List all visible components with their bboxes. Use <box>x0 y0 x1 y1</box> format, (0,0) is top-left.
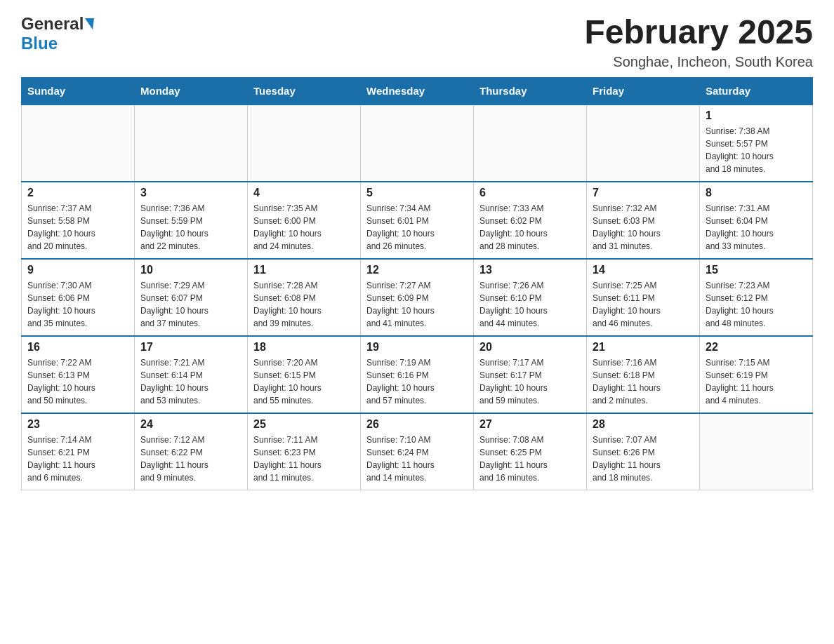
calendar-day-cell: 7Sunrise: 7:32 AM Sunset: 6:03 PM Daylig… <box>587 182 700 259</box>
calendar-day-cell: 1Sunrise: 7:38 AM Sunset: 5:57 PM Daylig… <box>700 105 813 182</box>
calendar-day-cell: 4Sunrise: 7:35 AM Sunset: 6:00 PM Daylig… <box>248 182 361 259</box>
calendar-table: SundayMondayTuesdayWednesdayThursdayFrid… <box>21 77 813 491</box>
day-info: Sunrise: 7:35 AM Sunset: 6:00 PM Dayligh… <box>253 202 355 253</box>
calendar-week-row: 16Sunrise: 7:22 AM Sunset: 6:13 PM Dayli… <box>22 336 813 413</box>
day-number: 20 <box>479 341 581 354</box>
calendar-day-cell: 8Sunrise: 7:31 AM Sunset: 6:04 PM Daylig… <box>700 182 813 259</box>
calendar-day-cell: 27Sunrise: 7:08 AM Sunset: 6:25 PM Dayli… <box>474 413 587 490</box>
day-of-week-header: Wednesday <box>361 77 474 105</box>
page-header: General Blue February 2025 Songhae, Inch… <box>21 14 813 70</box>
calendar-week-row: 9Sunrise: 7:30 AM Sunset: 6:06 PM Daylig… <box>22 259 813 336</box>
calendar-day-cell: 22Sunrise: 7:15 AM Sunset: 6:19 PM Dayli… <box>700 336 813 413</box>
day-info: Sunrise: 7:12 AM Sunset: 6:22 PM Dayligh… <box>140 434 241 484</box>
day-info: Sunrise: 7:25 AM Sunset: 6:11 PM Dayligh… <box>593 279 694 330</box>
day-info: Sunrise: 7:07 AM Sunset: 6:26 PM Dayligh… <box>593 434 694 484</box>
day-of-week-header: Tuesday <box>248 77 361 105</box>
day-info: Sunrise: 7:36 AM Sunset: 5:59 PM Dayligh… <box>140 202 241 253</box>
calendar-day-cell: 16Sunrise: 7:22 AM Sunset: 6:13 PM Dayli… <box>22 336 135 413</box>
calendar-day-cell: 12Sunrise: 7:27 AM Sunset: 6:09 PM Dayli… <box>361 259 474 336</box>
day-info: Sunrise: 7:08 AM Sunset: 6:25 PM Dayligh… <box>479 434 581 484</box>
day-number: 9 <box>27 264 128 276</box>
day-number: 27 <box>479 418 581 431</box>
calendar-day-cell: 11Sunrise: 7:28 AM Sunset: 6:08 PM Dayli… <box>248 259 361 336</box>
day-of-week-header: Friday <box>587 77 700 105</box>
day-info: Sunrise: 7:33 AM Sunset: 6:02 PM Dayligh… <box>479 202 581 253</box>
day-number: 18 <box>253 341 355 354</box>
title-section: February 2025 Songhae, Incheon, South Ko… <box>584 14 813 70</box>
calendar-day-cell: 26Sunrise: 7:10 AM Sunset: 6:24 PM Dayli… <box>361 413 474 490</box>
day-number: 24 <box>140 418 241 431</box>
day-info: Sunrise: 7:29 AM Sunset: 6:07 PM Dayligh… <box>140 279 241 330</box>
day-info: Sunrise: 7:14 AM Sunset: 6:21 PM Dayligh… <box>27 434 128 484</box>
day-info: Sunrise: 7:15 AM Sunset: 6:19 PM Dayligh… <box>706 356 807 407</box>
day-number: 5 <box>366 187 468 199</box>
day-number: 11 <box>253 264 355 276</box>
day-info: Sunrise: 7:17 AM Sunset: 6:17 PM Dayligh… <box>479 356 581 407</box>
day-number: 3 <box>140 187 241 199</box>
calendar-header-row: SundayMondayTuesdayWednesdayThursdayFrid… <box>22 77 813 105</box>
day-number: 16 <box>27 341 128 354</box>
logo-triangle-icon <box>85 18 94 29</box>
day-info: Sunrise: 7:16 AM Sunset: 6:18 PM Dayligh… <box>593 356 694 407</box>
calendar-day-cell <box>700 413 813 490</box>
day-number: 17 <box>140 341 241 354</box>
day-number: 12 <box>366 264 468 276</box>
day-number: 22 <box>706 341 807 354</box>
day-number: 13 <box>479 264 581 276</box>
day-number: 23 <box>27 418 128 431</box>
calendar-day-cell: 17Sunrise: 7:21 AM Sunset: 6:14 PM Dayli… <box>135 336 248 413</box>
calendar-day-cell: 18Sunrise: 7:20 AM Sunset: 6:15 PM Dayli… <box>248 336 361 413</box>
logo-blue-text: Blue <box>21 34 58 53</box>
day-number: 10 <box>140 264 241 276</box>
day-info: Sunrise: 7:32 AM Sunset: 6:03 PM Dayligh… <box>593 202 694 253</box>
day-number: 2 <box>27 187 128 199</box>
day-of-week-header: Monday <box>135 77 248 105</box>
day-info: Sunrise: 7:23 AM Sunset: 6:12 PM Dayligh… <box>706 279 807 330</box>
calendar-day-cell: 9Sunrise: 7:30 AM Sunset: 6:06 PM Daylig… <box>22 259 135 336</box>
day-number: 28 <box>593 418 694 431</box>
calendar-day-cell <box>135 105 248 182</box>
calendar-week-row: 1Sunrise: 7:38 AM Sunset: 5:57 PM Daylig… <box>22 105 813 182</box>
day-info: Sunrise: 7:19 AM Sunset: 6:16 PM Dayligh… <box>366 356 468 407</box>
day-info: Sunrise: 7:37 AM Sunset: 5:58 PM Dayligh… <box>27 202 128 253</box>
day-info: Sunrise: 7:22 AM Sunset: 6:13 PM Dayligh… <box>27 356 128 407</box>
calendar-day-cell: 24Sunrise: 7:12 AM Sunset: 6:22 PM Dayli… <box>135 413 248 490</box>
day-number: 14 <box>593 264 694 276</box>
logo-general-text: General <box>21 14 84 34</box>
calendar-day-cell: 6Sunrise: 7:33 AM Sunset: 6:02 PM Daylig… <box>474 182 587 259</box>
day-info: Sunrise: 7:27 AM Sunset: 6:09 PM Dayligh… <box>366 279 468 330</box>
day-number: 8 <box>706 187 807 199</box>
day-number: 4 <box>253 187 355 199</box>
calendar-day-cell: 15Sunrise: 7:23 AM Sunset: 6:12 PM Dayli… <box>700 259 813 336</box>
day-number: 19 <box>366 341 468 354</box>
day-info: Sunrise: 7:10 AM Sunset: 6:24 PM Dayligh… <box>366 434 468 484</box>
day-info: Sunrise: 7:20 AM Sunset: 6:15 PM Dayligh… <box>253 356 355 407</box>
day-info: Sunrise: 7:21 AM Sunset: 6:14 PM Dayligh… <box>140 356 241 407</box>
calendar-week-row: 2Sunrise: 7:37 AM Sunset: 5:58 PM Daylig… <box>22 182 813 259</box>
day-info: Sunrise: 7:30 AM Sunset: 6:06 PM Dayligh… <box>27 279 128 330</box>
calendar-day-cell: 21Sunrise: 7:16 AM Sunset: 6:18 PM Dayli… <box>587 336 700 413</box>
month-title: February 2025 <box>584 14 813 51</box>
day-info: Sunrise: 7:26 AM Sunset: 6:10 PM Dayligh… <box>479 279 581 330</box>
logo: General Blue <box>21 14 94 53</box>
calendar-day-cell: 3Sunrise: 7:36 AM Sunset: 5:59 PM Daylig… <box>135 182 248 259</box>
calendar-day-cell <box>248 105 361 182</box>
day-number: 25 <box>253 418 355 431</box>
location-text: Songhae, Incheon, South Korea <box>584 54 813 70</box>
day-number: 1 <box>706 109 807 122</box>
day-info: Sunrise: 7:38 AM Sunset: 5:57 PM Dayligh… <box>706 125 807 175</box>
day-number: 15 <box>706 264 807 276</box>
calendar-day-cell <box>361 105 474 182</box>
calendar-day-cell: 28Sunrise: 7:07 AM Sunset: 6:26 PM Dayli… <box>587 413 700 490</box>
day-number: 7 <box>593 187 694 199</box>
day-number: 26 <box>366 418 468 431</box>
day-number: 21 <box>593 341 694 354</box>
day-info: Sunrise: 7:11 AM Sunset: 6:23 PM Dayligh… <box>253 434 355 484</box>
calendar-day-cell: 10Sunrise: 7:29 AM Sunset: 6:07 PM Dayli… <box>135 259 248 336</box>
calendar-day-cell: 13Sunrise: 7:26 AM Sunset: 6:10 PM Dayli… <box>474 259 587 336</box>
calendar-day-cell <box>22 105 135 182</box>
calendar-day-cell: 2Sunrise: 7:37 AM Sunset: 5:58 PM Daylig… <box>22 182 135 259</box>
day-of-week-header: Sunday <box>22 77 135 105</box>
calendar-day-cell: 14Sunrise: 7:25 AM Sunset: 6:11 PM Dayli… <box>587 259 700 336</box>
calendar-day-cell <box>474 105 587 182</box>
